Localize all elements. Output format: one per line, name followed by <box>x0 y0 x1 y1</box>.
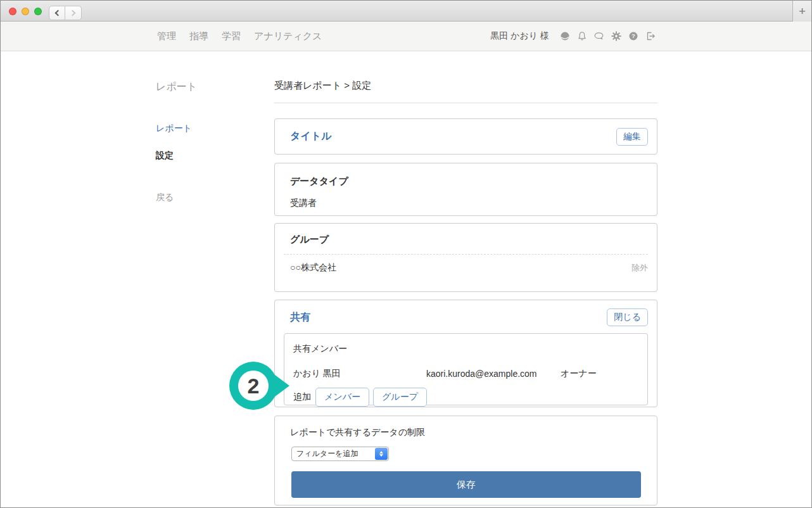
close-share-button[interactable]: 閉じる <box>607 308 648 326</box>
sidebar-item-report[interactable]: レポート <box>156 123 257 134</box>
minimize-window-button[interactable] <box>22 8 29 15</box>
group-card: グループ ○○株式会社 除外 <box>274 223 657 292</box>
user-area: 黒田 かおり 様 <box>490 30 656 42</box>
add-row: 追加 メンバー グループ <box>293 388 638 407</box>
share-heading: 共有 <box>290 311 310 324</box>
chevron-left-icon <box>55 10 61 16</box>
browser-back-button[interactable] <box>49 6 65 20</box>
add-group-button[interactable]: グループ <box>373 388 427 407</box>
breadcrumb-divider <box>274 103 657 103</box>
member-email: kaori.kuroda@example.com <box>426 369 561 379</box>
browser-forward-button[interactable] <box>65 6 82 20</box>
share-members-label: 共有メンバー <box>293 343 638 355</box>
restrict-card: レポートで共有するデータの制限 フィルターを追加 保存 <box>274 416 657 505</box>
primary-nav: 管理 指導 学習 アナリティクス <box>157 30 322 42</box>
bell-icon[interactable] <box>576 31 587 42</box>
datatype-value: 受講者 <box>290 198 642 209</box>
window-titlebar: + <box>1 1 811 22</box>
chat-icon[interactable] <box>593 31 604 42</box>
chevron-right-icon <box>69 10 75 16</box>
save-button[interactable]: 保存 <box>291 471 641 498</box>
share-card: 共有 閉じる 共有メンバー かおり 黒田 kaori.kuroda@exampl… <box>274 300 657 407</box>
breadcrumb: 受講者レポート > 設定 <box>274 80 657 92</box>
title-card: タイトル 編集 <box>274 118 657 155</box>
title-card-heading: タイトル <box>290 130 332 143</box>
sidebar-item-back[interactable]: 戻る <box>156 192 257 203</box>
step-number: 2 <box>248 374 260 398</box>
new-tab-button[interactable]: + <box>792 1 811 22</box>
svg-text:?: ? <box>631 32 635 39</box>
user-name: 黒田 かおり 様 <box>490 30 549 42</box>
add-member-button[interactable]: メンバー <box>315 388 369 407</box>
nav-item-admin[interactable]: 管理 <box>157 30 176 42</box>
member-name: かおり 黒田 <box>293 368 426 379</box>
group-heading: グループ <box>275 234 657 246</box>
group-name: ○○株式会社 <box>290 262 336 274</box>
filter-select[interactable]: フィルターを追加 <box>291 447 389 461</box>
app-top-bar: 管理 指導 学習 アナリティクス 黒田 かおり 様 <box>1 22 811 51</box>
browser-window: + 管理 指導 学習 アナリティクス 黒田 かおり 様 <box>0 0 812 508</box>
nav-item-learning[interactable]: 学習 <box>222 30 241 42</box>
zoom-window-button[interactable] <box>34 8 42 15</box>
step-annotation-badge: 2 <box>229 362 289 410</box>
settings-main: 受講者レポート > 設定 タイトル 編集 データタイプ 受講者 グループ ○○株… <box>274 51 657 505</box>
report-sidebar: レポート レポート 設定 戻る <box>156 51 257 203</box>
select-stepper-icon <box>375 448 388 460</box>
add-label: 追加 <box>293 391 311 403</box>
nav-item-teaching[interactable]: 指導 <box>189 30 208 42</box>
share-members-box: 共有メンバー かおり 黒田 kaori.kuroda@example.com オ… <box>284 333 648 405</box>
nav-item-analytics[interactable]: アナリティクス <box>254 30 322 42</box>
member-role: オーナー <box>561 368 638 379</box>
restrict-label: レポートで共有するデータの制限 <box>290 427 641 438</box>
gear-icon[interactable] <box>611 31 621 42</box>
help-icon[interactable]: ? <box>628 31 638 42</box>
globe-icon[interactable] <box>559 31 570 42</box>
sidebar-section-header: レポート <box>156 80 257 94</box>
close-window-button[interactable] <box>9 8 16 15</box>
filter-select-value: フィルターを追加 <box>292 448 358 459</box>
datatype-card: データタイプ 受講者 <box>274 163 657 216</box>
edit-button[interactable]: 編集 <box>616 128 648 146</box>
datatype-heading: データタイプ <box>290 175 642 187</box>
sidebar-item-settings[interactable]: 設定 <box>156 150 257 162</box>
group-exclude-link[interactable]: 除外 <box>631 262 648 274</box>
group-row: ○○株式会社 除外 <box>275 255 657 274</box>
logout-icon[interactable] <box>645 31 656 42</box>
member-row: かおり 黒田 kaori.kuroda@example.com オーナー <box>293 368 638 379</box>
